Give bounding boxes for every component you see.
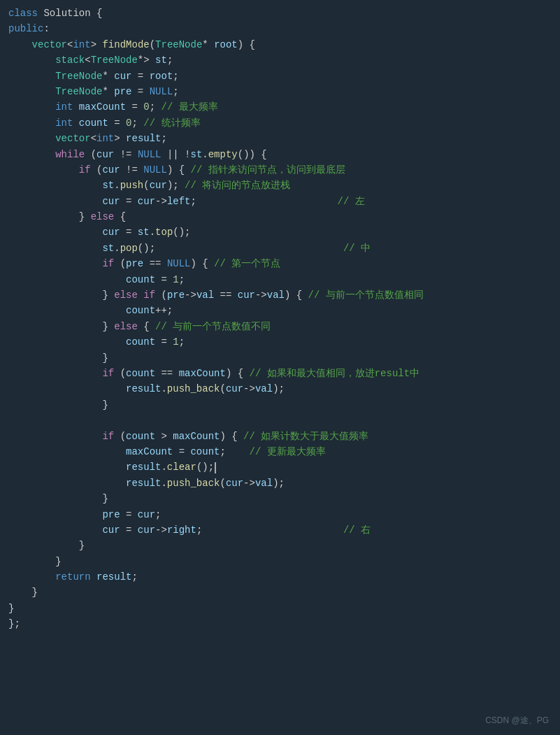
- code-token: .: [161, 476, 166, 491]
- code-token: NULL: [138, 147, 161, 162]
- code-token: ();: [173, 224, 190, 240]
- code-token: .: [114, 178, 120, 193]
- code-token: pre: [102, 507, 120, 522]
- code-line: count = 1;: [6, 272, 560, 287]
- code-token: NULL: [143, 162, 167, 178]
- code-token: ;: [179, 334, 185, 350]
- code-token: >: [114, 131, 126, 146]
- code-token: !=: [114, 147, 138, 162]
- code-line: vector<int> result;: [6, 131, 560, 146]
- code-token: }: [55, 554, 61, 569]
- code-token: (: [150, 37, 155, 52]
- code-token: }: [102, 397, 108, 413]
- code-token: cur: [138, 507, 155, 522]
- code-token: ++;: [155, 303, 173, 318]
- code-token: result: [126, 381, 161, 397]
- code-token: ()) {: [238, 147, 267, 162]
- code-line: }: [6, 554, 560, 569]
- code-token: count: [126, 429, 155, 444]
- code-token: *: [102, 69, 114, 84]
- code-token: clear: [167, 459, 196, 475]
- code-token: pop: [120, 241, 138, 256]
- code-token: result: [126, 476, 161, 491]
- code-token: [8, 147, 55, 162]
- code-token: // 右: [202, 522, 371, 538]
- code-token: 0: [126, 115, 131, 131]
- code-token: ;: [150, 99, 161, 115]
- code-token: [8, 459, 126, 475]
- code-token: result: [126, 459, 161, 475]
- code-token: result: [126, 131, 161, 146]
- code-token: ();: [138, 241, 155, 256]
- code-token: TreeNode: [55, 69, 102, 84]
- code-token: [91, 569, 96, 585]
- code-line: cur = cur->right; // 右: [6, 522, 560, 538]
- code-token: cur: [150, 178, 167, 193]
- code-token: right: [167, 522, 196, 538]
- code-token: TreeNode: [91, 52, 138, 68]
- code-token: if: [102, 366, 114, 381]
- code-token: [8, 569, 55, 585]
- code-token: =: [131, 84, 149, 99]
- code-token: (: [220, 381, 225, 397]
- code-token: cur: [226, 476, 243, 491]
- code-token: val: [255, 476, 273, 491]
- code-token: (: [114, 366, 126, 381]
- code-token: st: [138, 224, 150, 240]
- code-token: 1: [173, 334, 178, 350]
- code-line: };: [6, 616, 560, 631]
- code-lines: class Solution {public: vector<int> find…: [6, 6, 560, 632]
- code-token: =: [173, 444, 190, 459]
- code-token: [8, 491, 102, 506]
- code-token: int: [55, 115, 73, 131]
- code-token: root: [214, 37, 238, 52]
- code-token: [8, 287, 102, 303]
- code-token: 1: [173, 272, 178, 287]
- code-token: ==: [214, 287, 238, 303]
- code-token: TreeNode: [55, 84, 102, 99]
- code-line: } else {: [6, 209, 560, 224]
- code-token: [8, 429, 102, 444]
- code-token: // 指针来访问节点，访问到最底层: [191, 162, 345, 178]
- code-token: empty: [208, 147, 238, 162]
- code-token: cur: [102, 522, 120, 538]
- code-token: [8, 444, 126, 459]
- code-token: count: [190, 444, 220, 459]
- code-token: if: [79, 162, 91, 178]
- code-token: [8, 224, 102, 240]
- code-token: =: [120, 522, 138, 538]
- code-token: ;: [220, 444, 249, 459]
- watermark: CSDN @途、PG: [485, 714, 549, 727]
- code-line: vector<int> findMode(TreeNode* root) {: [6, 37, 560, 52]
- code-token: cur: [102, 194, 120, 209]
- code-token: int: [55, 99, 73, 115]
- code-line: TreeNode* cur = root;: [6, 69, 560, 84]
- code-token: !=: [120, 162, 144, 178]
- code-token: val: [196, 287, 214, 303]
- code-line: st.push(cur); // 将访问的节点放进栈: [6, 178, 560, 193]
- code-token: count: [79, 115, 108, 131]
- code-token: ->: [243, 381, 255, 397]
- code-token: [8, 178, 102, 193]
- code-token: ) {: [238, 37, 255, 52]
- code-token: maxCount: [126, 444, 173, 459]
- code-token: [8, 334, 126, 350]
- code-token: [8, 319, 102, 334]
- code-token: count: [126, 334, 155, 350]
- code-token: };: [8, 616, 20, 631]
- code-token: [8, 554, 55, 569]
- code-line: if (count > maxCount) { // 如果计数大于最大值频率: [6, 429, 560, 444]
- code-token: // 如果和最大值相同，放进result中: [250, 366, 420, 381]
- code-token: <: [67, 37, 73, 52]
- code-token: .: [150, 224, 155, 240]
- code-token: :: [43, 21, 49, 36]
- code-line: cur = st.top();: [6, 224, 560, 240]
- code-line: stack<TreeNode*> st;: [6, 52, 560, 68]
- code-token: ==: [143, 256, 167, 271]
- code-token: (: [155, 287, 167, 303]
- code-line: result.push_back(cur->val);: [6, 476, 560, 491]
- code-line: result.clear();: [6, 459, 560, 475]
- code-token: }: [8, 601, 14, 616]
- code-line: if (count == maxCount) { // 如果和最大值相同，放进r…: [6, 366, 560, 381]
- code-token: [8, 52, 55, 68]
